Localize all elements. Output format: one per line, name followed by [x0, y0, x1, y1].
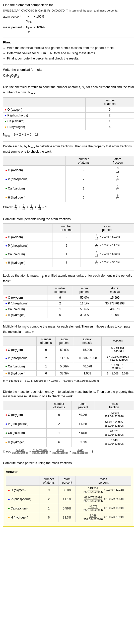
mf-check-line: Check: 143.991252.064523996 + 61.9475239…: [3, 449, 134, 455]
atoms-hydrogen: 6: [86, 124, 134, 130]
af-col-atoms: numberof atoms: [66, 156, 102, 166]
table-row: ● H (hydrogen) 633.3% 6.048252.064523996…: [6, 513, 131, 522]
af-check-line: Check: 918 + 218 + 118 + 618 = 1: [3, 204, 134, 211]
am-desc: Look up the atomic mass, mi, in unified …: [3, 273, 134, 283]
divider-5: [3, 214, 134, 214]
count-table: numberof atoms ● O (oxygen) 9 ● P (phosp…: [3, 97, 134, 130]
table-row: ● O (oxygen) 9: [3, 107, 134, 113]
ap-col-atoms: numberof atoms: [52, 224, 81, 233]
mf-col-atoms: numberof atoms: [47, 401, 72, 410]
mult-col-atoms: numberof atoms: [36, 337, 56, 346]
ntotal-line: Ntotal = 9 + 2 + 1 + 6 = 18: [3, 132, 134, 138]
divider-6: [3, 271, 134, 271]
table-row: ● O (oxygen) 9 918: [3, 166, 134, 175]
atoms-phosphorus: 2: [86, 113, 134, 118]
multiply-section: Multiply Ni by mi to compute the mass fo…: [3, 324, 134, 383]
ap-col-percent: atompercent: [81, 224, 134, 233]
table-row: ● O (oxygen) 950.0% 143.991252.064523996: [3, 410, 134, 419]
element-hydrogen: ● H (hydrogen): [3, 124, 86, 130]
table-row: ● O (oxygen) 950.0%15.999 9 × 15.999= 14…: [3, 346, 134, 354]
mass-percent-section: Compute mass percents using the mass fra…: [3, 461, 134, 527]
mp-label: Compute mass percents using the mass fra…: [3, 461, 134, 466]
table-row: ● H (hydrogen) 633.3%1.008: [3, 312, 134, 318]
mult-col-mass: atomicmass/u: [73, 337, 102, 346]
af-col-fraction: atomfraction: [102, 156, 134, 166]
table-row: ● P (phosphorus) 211.1%30.973761998 2 × …: [3, 354, 134, 362]
plan-steps: Write the chemical formula and gather at…: [7, 46, 134, 61]
table-row: ● P (phosphorus) 2: [3, 113, 134, 118]
plan-section: Plan: Write the chemical formula and gat…: [3, 40, 134, 61]
table-row: ● H (hydrogen) 633.3% 6.048252.064523996: [3, 438, 134, 447]
divider-1: [3, 37, 134, 37]
table-row: ● Ca (calcium) 15.56% 40.078252.06452399…: [3, 428, 134, 437]
table-row: ● Ca (calcium) 15.56%40.078 1 × 40.078= …: [3, 362, 134, 371]
table-row: ● O (oxygen) 950.0%15.999: [3, 295, 134, 301]
smiles-label: SMILES:O,P(=O)(O)O([O-]),[Ca+2],[P(=O)(O…: [3, 9, 134, 13]
table-row: ● Ca (calcium) 15.56% 40.078252.06452399…: [6, 504, 131, 513]
divider-8: [3, 387, 134, 387]
mass-fraction-table: numberof atoms atompercent massfraction …: [3, 401, 134, 447]
mass-total-line: m = 143.991 u + 61.947523996 u + 40.078 …: [3, 378, 134, 383]
table-row: ● O (oxygen) 950.0% 143.991252.064523996…: [6, 486, 131, 495]
count-description: Use the chemical formula to count the nu…: [3, 85, 134, 95]
atoms-oxygen: 9: [86, 107, 134, 113]
divider-4: [3, 141, 134, 142]
formula-label: Write the chemical formula:: [3, 67, 134, 72]
header-section: Find the elemental composition for SMILE…: [3, 3, 134, 34]
mult-col-percent: atompercent: [56, 337, 73, 346]
mult-desc: Multiply Ni by mi to compute the mass fo…: [3, 324, 134, 334]
atom-percent-formula: atom percent = NiNtotal × 100%: [3, 14, 134, 23]
plan-title: Plan:: [3, 40, 134, 45]
table-row: ● Ca (calcium) 1 118: [3, 184, 134, 193]
mf-desc: Divide the mass for each element by m to…: [3, 390, 134, 399]
am-col-mass: atomicmass/u: [96, 286, 134, 295]
atomic-mass-section: Look up the atomic mass, mi, in unified …: [3, 273, 134, 318]
table-row: ● H (hydrogen) 6 618 × 100% = 33.3%: [3, 259, 134, 267]
atom-fraction-section: Divide each Ni by Ntotal to calculate at…: [3, 144, 134, 210]
table-row: ● Ca (calcium) 1 118 × 100% = 5.56%: [3, 250, 134, 259]
mf-col-fraction: massfraction: [94, 401, 134, 410]
af-col-element: [3, 156, 66, 166]
atom-fraction-table: numberof atoms atomfraction ● O (oxygen)…: [3, 156, 134, 202]
count-col-atoms: numberof atoms: [86, 98, 134, 107]
table-row: ● P (phosphorus) 211.1% 61.947523996252.…: [6, 495, 131, 504]
table-row: ● O (oxygen) 9 918 × 100% = 50.0%: [3, 233, 134, 241]
divider-9: [3, 458, 134, 458]
table-row: ● P (phosphorus) 2 218 × 100% = 11.1%: [3, 241, 134, 250]
table-row: ● Ca (calcium) 1: [3, 118, 134, 124]
element-phosphorus: ● P (phosphorus): [3, 113, 86, 118]
divider-7: [3, 321, 134, 322]
formula-section: Write the chemical formula: CaH6O8P2: [3, 67, 134, 79]
atom-fraction-desc: Divide each Ni by Ntotal to calculate at…: [3, 144, 134, 154]
mp-col-mass-pct: masspercent: [76, 476, 131, 486]
mass-fraction-section: Divide the mass for each element by m to…: [3, 390, 134, 455]
element-oxygen: ● O (oxygen): [3, 107, 86, 113]
mf-col-percent: atompercent: [72, 401, 94, 410]
plan-step-2: Determine values for N_i, m_i, N_total a…: [7, 51, 134, 56]
count-section: Use the chemical formula to count the nu…: [3, 85, 134, 138]
mult-col-massu: mass/u: [102, 337, 134, 346]
divider-3: [3, 82, 134, 82]
ap-desc: Compute atom percents using the atom fra…: [3, 217, 134, 222]
header-title: Find the elemental composition for: [3, 3, 134, 8]
am-col-atoms: numberof atoms: [47, 286, 73, 295]
chemical-formula: CaH6O8P2: [3, 73, 134, 79]
am-col-percent: atompercent: [73, 286, 96, 295]
mass-percent-formula: mass percent = Ni mim × 100%: [3, 25, 134, 33]
multiply-table: numberof atoms atompercent atomicmass/u …: [3, 336, 134, 376]
mass-percent-table: numberof atoms atompercent masspercent ●…: [6, 476, 131, 522]
table-row: ● H (hydrogen) 6: [3, 124, 134, 130]
plan-step-1: Write the chemical formula and gather at…: [7, 46, 134, 50]
answer-label: Answer:: [6, 469, 131, 474]
atomic-mass-table: numberof atoms atompercent atomicmass/u …: [3, 285, 134, 318]
element-calcium: ● Ca (calcium): [3, 118, 86, 124]
table-row: ● Ca (calcium) 15.56%40.078: [3, 306, 134, 312]
atom-percent-section: Compute atom percents using the atom fra…: [3, 217, 134, 267]
table-row: ● P (phosphorus) 2 218: [3, 175, 134, 184]
table-row: ● P (phosphorus) 211.1% 61.947523996252.…: [3, 419, 134, 428]
mp-col-atom-pct: atompercent: [58, 476, 76, 486]
count-col-element: [3, 98, 86, 107]
table-row: ● H (hydrogen) 6 618: [3, 193, 134, 202]
atoms-calcium: 1: [86, 118, 134, 124]
atom-percent-table: numberof atoms atompercent ● O (oxygen) …: [3, 223, 134, 267]
